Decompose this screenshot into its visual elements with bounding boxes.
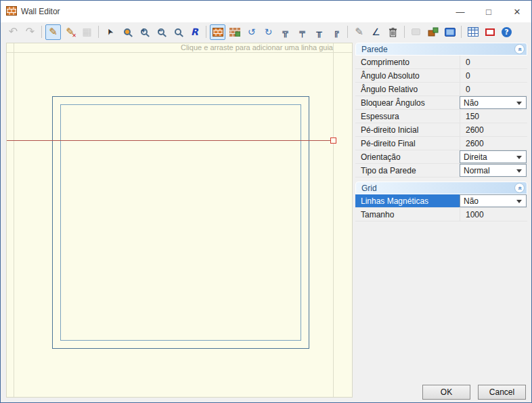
property-label: Orientação [355,150,460,163]
row-linhas-magneticas: Linhas Magnéticas Não [355,194,527,208]
section-parede: Parede « Comprimento 0 Ângulo Absoluto 0… [355,43,527,177]
toolbar-separator [41,26,42,38]
current-wall-line [7,140,334,141]
properties-panel: Parede « Comprimento 0 Ângulo Absoluto 0… [355,43,527,400]
toolbar-separator [98,26,99,38]
toolbar: ↶ ↷ ✎ ✎✕ ▦ ➤ + − R ↺ ↻ ╦ [1,22,531,41]
join-walls-corner-icon[interactable]: ╔ [328,24,344,40]
add-guide-icon[interactable]: ✎ [45,24,61,40]
dialog-buttons: OK Cancel [422,385,526,400]
angulo-absoluto-value[interactable]: 0 [460,69,527,82]
zoom-out-icon[interactable]: − [153,24,169,40]
collapse-grid-button[interactable]: « [514,183,525,193]
canvas-hint-text: Clique e arraste para adicionar uma linh… [181,43,333,51]
section-title: Parede [361,45,388,54]
property-label: Pé-direito Final [355,137,460,150]
clear-guides-icon[interactable]: ▦ [79,24,95,40]
ok-button[interactable]: OK [422,385,470,400]
grid-table-icon[interactable] [465,24,481,40]
app-icon [6,6,17,18]
row-bloquear-angulos: Bloquear Ângulos Não [355,96,527,110]
reset-view-icon[interactable]: R [187,24,202,40]
close-button[interactable]: ✕ [503,1,531,22]
section-title: Grid [361,184,377,193]
zoom-window-icon[interactable] [119,24,135,40]
property-label: Ângulo Absoluto [355,69,460,82]
row-pe-direito-final: Pé-direito Final 2600 [355,137,527,150]
collapse-parede-button[interactable]: « [514,44,525,54]
horizontal-guide-top [7,52,352,53]
row-espessura: Espessura 150 [355,110,527,123]
undo-icon[interactable]: ↶ [5,24,21,40]
zoom-in-icon[interactable]: + [136,24,152,40]
measure-angle-icon[interactable]: ∠ [368,24,384,40]
maximize-button[interactable]: □ [474,1,503,22]
stamp-icon[interactable] [408,24,424,40]
linhas-magneticas-dropdown[interactable]: Não [460,194,527,207]
tamanho-value[interactable]: 1000 [460,208,527,221]
help-icon[interactable]: ? [499,24,514,40]
titlebar: Wall Editor — □ ✕ [1,1,531,22]
property-label: Bloquear Ângulos [355,96,460,109]
edit-wall-icon[interactable] [227,24,242,40]
section-header-parede: Parede « [355,43,527,56]
zoom-extents-icon[interactable] [170,24,185,40]
toolbar-separator [347,26,348,38]
section-grid: Grid « Linhas Magnéticas Não Tamanho 100… [355,182,527,221]
redo-icon[interactable]: ↷ [22,24,38,40]
property-label: Comprimento [355,56,460,68]
property-label-selected: Linhas Magnéticas [355,194,460,207]
pe-direito-inicial-value[interactable]: 2600 [460,123,527,136]
pe-direito-final-value[interactable]: 2600 [460,137,527,150]
insert-object-icon[interactable] [425,24,441,40]
arc-wall-ccw-icon[interactable]: ↺ [244,24,259,40]
row-tamanho: Tamanho 1000 [355,208,527,221]
row-orientacao: Orientação Direita [355,150,527,164]
delete-icon[interactable] [385,24,401,40]
join-walls-t2-icon[interactable]: ╤ [294,24,310,40]
toolbar-separator [206,26,206,38]
rectangle-tool-icon[interactable] [482,24,497,40]
property-label: Pé-direito Inicial [355,123,460,136]
cursor-endpoint-marker [330,137,336,144]
wall-editor-window: Wall Editor — □ ✕ ↶ ↷ ✎ ✎✕ ▦ ➤ + − R [0,0,532,403]
window-title: Wall Editor [21,7,60,16]
tipo-da-parede-dropdown[interactable]: Normal [460,164,527,177]
draw-wall-icon[interactable] [210,24,225,40]
vertical-guide-right [333,43,334,397]
select-arrow-icon[interactable]: ➤ [102,24,118,40]
row-pe-direito-inicial: Pé-direito Inicial 2600 [355,123,527,137]
angulo-relativo-value[interactable]: 0 [460,83,527,96]
property-label: Ângulo Relativo [355,83,460,96]
main-area: Clique e arraste para adicionar uma linh… [1,41,531,402]
property-label: Espessura [355,110,460,123]
row-angulo-relativo: Ângulo Relativo 0 [355,83,527,96]
toolbar-separator [404,26,405,38]
join-walls-t3-icon[interactable]: ╥ [311,24,327,40]
section-header-grid: Grid « [355,182,527,194]
row-angulo-absoluto: Ângulo Absoluto 0 [355,69,527,83]
row-comprimento: Comprimento 0 [355,56,527,69]
vertical-guide-left [14,43,14,397]
property-label: Tipo da Parede [355,164,460,177]
orientacao-dropdown[interactable]: Direita [460,150,527,163]
bloquear-angulos-dropdown[interactable]: Não [460,96,527,109]
cancel-button[interactable]: Cancel [478,385,526,400]
preview-3d-icon[interactable] [442,24,458,40]
arc-wall-cw-icon[interactable]: ↻ [261,24,276,40]
join-walls-t1-icon[interactable]: ╦ [278,24,293,40]
remove-guide-icon[interactable]: ✎✕ [62,24,78,40]
property-label: Tamanho [355,208,460,221]
comprimento-value[interactable]: 0 [460,56,527,68]
toolbar-separator [461,26,462,38]
espessura-value[interactable]: 150 [460,110,527,123]
drawing-canvas[interactable]: Clique e arraste para adicionar uma linh… [6,43,353,398]
row-tipo-da-parede: Tipo da Parede Normal [355,164,527,177]
cut-wall-icon[interactable]: ✎ [351,24,367,40]
minimize-button[interactable]: — [446,1,474,22]
